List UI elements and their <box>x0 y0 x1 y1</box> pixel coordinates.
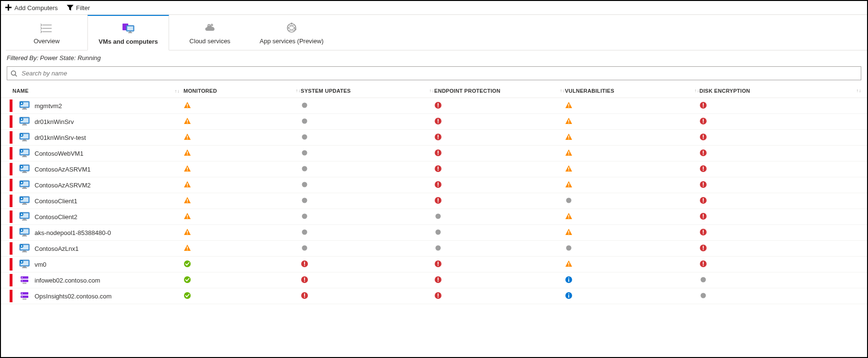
status-vulnerabilities <box>565 262 573 269</box>
status-disk-encryption <box>699 119 707 126</box>
col-header-system-updates[interactable]: SYSTEM UPDATES ↑↓ <box>301 88 434 94</box>
status-endpoint-protection <box>434 119 442 126</box>
resource-grid: NAME ↑↓ MONITORED ↑↓ SYSTEM UPDATES ↑↓ E… <box>1 84 867 304</box>
col-header-disk-encryption[interactable]: DISK ENCRYPTION ↑↓ <box>699 88 867 94</box>
search-input[interactable] <box>7 66 861 80</box>
resource-name-link[interactable]: ContosoClient2 <box>35 213 77 221</box>
sort-icon: ↑↓ <box>694 88 699 93</box>
status-vulnerabilities <box>565 119 573 126</box>
resource-name-link[interactable]: dr01knWinSrv <box>35 118 74 125</box>
command-bar: Add Computers Filter <box>1 1 867 15</box>
table-row[interactable]: ContosoAzASRVM1 <box>1 161 867 177</box>
status-vulnerabilities <box>565 278 573 285</box>
status-monitored <box>183 103 191 111</box>
status-monitored <box>183 151 191 158</box>
severity-bar <box>10 274 12 286</box>
severity-bar <box>10 195 12 207</box>
resource-name-link[interactable]: mgmtvm2 <box>35 102 62 110</box>
vm-icon <box>19 228 30 237</box>
status-monitored <box>183 135 191 142</box>
status-endpoint-protection <box>434 214 442 222</box>
status-system-updates <box>301 183 308 190</box>
vm-icon <box>19 101 30 111</box>
status-monitored <box>183 246 191 253</box>
table-row[interactable]: infoweb02.contoso.com <box>1 272 867 288</box>
tab-label: VMs and computers <box>88 38 169 45</box>
col-header-vulnerabilities[interactable]: VULNERABILITIES ↑↓ <box>565 88 699 94</box>
resource-name-link[interactable]: ContosoAzASRVM1 <box>35 166 91 173</box>
severity-bar <box>10 179 12 191</box>
col-header-monitored[interactable]: MONITORED ↑↓ <box>183 88 301 94</box>
status-vulnerabilities <box>565 135 573 142</box>
severity-bar <box>10 163 12 175</box>
table-row[interactable]: ContosoClient2 <box>1 209 867 225</box>
resource-name-link[interactable]: ContosoWebVM1 <box>35 150 84 157</box>
filter-button[interactable]: Filter <box>66 4 90 12</box>
status-disk-encryption <box>699 198 707 206</box>
severity-bar <box>10 242 12 255</box>
status-system-updates <box>301 262 308 269</box>
table-row[interactable]: dr01knWinSrv-test <box>1 130 867 146</box>
resource-name-link[interactable]: OpsInsights02.contoso.com <box>35 293 111 300</box>
search-box <box>7 66 861 80</box>
sort-icon: ↑↓ <box>295 88 301 93</box>
tab-label: App services (Preview) <box>251 37 332 45</box>
vm-icon <box>19 212 30 222</box>
severity-bar <box>10 210 12 223</box>
severity-bar <box>10 258 12 271</box>
vms-icon <box>88 22 169 35</box>
tab-cloud-services[interactable]: Cloud services <box>169 15 251 50</box>
table-row[interactable]: ContosoAzLnx1 <box>1 241 867 257</box>
plus-icon <box>5 4 12 12</box>
col-header-name[interactable]: NAME ↑↓ <box>1 88 183 94</box>
status-system-updates <box>301 151 308 158</box>
table-row[interactable]: ContosoAzASRVM2 <box>1 177 867 193</box>
resource-name-link[interactable]: ContosoClient1 <box>35 198 77 205</box>
tab-overview[interactable]: Overview <box>6 15 87 50</box>
status-system-updates <box>301 167 308 174</box>
status-vulnerabilities <box>565 230 573 237</box>
resource-name-link[interactable]: ContosoAzLnx1 <box>35 245 79 252</box>
status-vulnerabilities <box>565 167 573 174</box>
tab-app-services[interactable]: App services (Preview) <box>251 15 332 50</box>
table-row[interactable]: ContosoClient1 <box>1 193 867 209</box>
status-endpoint-protection <box>434 262 442 269</box>
resource-name-link[interactable]: infoweb02.contoso.com <box>35 277 100 284</box>
status-endpoint-protection <box>434 151 442 158</box>
status-vulnerabilities <box>565 103 573 111</box>
vm-icon <box>19 260 30 269</box>
severity-bar <box>10 290 12 302</box>
filter-label: Filter <box>76 4 90 12</box>
add-computers-label: Add Computers <box>14 4 58 12</box>
globe-icon <box>251 21 332 35</box>
resource-name-link[interactable]: dr01knWinSrv-test <box>35 134 86 141</box>
status-vulnerabilities <box>565 151 573 158</box>
status-endpoint-protection <box>434 183 442 190</box>
status-vulnerabilities <box>565 198 573 206</box>
resource-name-link[interactable]: aks-nodepool1-85388480-0 <box>35 229 111 236</box>
vm-icon <box>19 197 30 206</box>
table-row[interactable]: mgmtvm2 <box>1 98 867 114</box>
status-system-updates <box>301 278 308 285</box>
table-row[interactable]: dr01knWinSrv <box>1 114 867 130</box>
add-computers-button[interactable]: Add Computers <box>5 4 58 12</box>
status-monitored <box>183 230 191 237</box>
resource-name-link[interactable]: ContosoAzASRVM2 <box>35 182 91 189</box>
severity-bar <box>10 131 12 144</box>
status-system-updates <box>301 135 308 142</box>
server-icon <box>19 292 30 301</box>
table-row[interactable]: ContosoWebVM1 <box>1 146 867 161</box>
status-endpoint-protection <box>434 135 442 142</box>
table-row[interactable]: vm0 <box>1 257 867 272</box>
tab-vms-and-computers[interactable]: VMs and computers <box>87 15 169 50</box>
sort-icon: ↑↓ <box>429 88 434 93</box>
status-vulnerabilities <box>565 183 573 190</box>
status-disk-encryption <box>699 230 707 237</box>
status-vulnerabilities <box>565 294 573 301</box>
resource-name-link[interactable]: vm0 <box>35 261 47 268</box>
col-header-endpoint-protection[interactable]: ENDPOINT PROTECTION ↑↓ <box>434 88 565 94</box>
table-row[interactable]: OpsInsights02.contoso.com <box>1 288 867 304</box>
status-endpoint-protection <box>434 294 442 301</box>
severity-bar <box>10 115 12 128</box>
table-row[interactable]: aks-nodepool1-85388480-0 <box>1 225 867 241</box>
